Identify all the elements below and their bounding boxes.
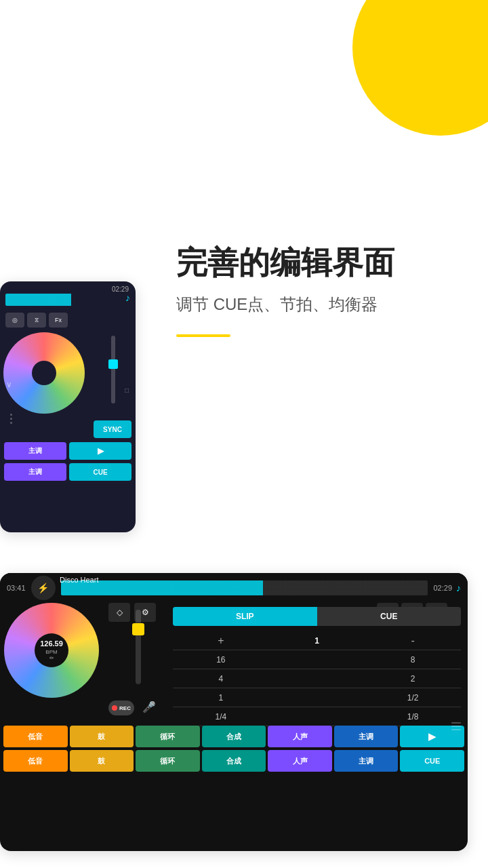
- beat-2[interactable]: 2: [365, 674, 461, 684]
- dt-sync-button[interactable]: SYNC: [94, 420, 131, 438]
- db-pad-loop2[interactable]: 循环: [136, 750, 200, 772]
- device-bottom-mockup: 03:41 ⚡ 02:29 ♪ Disco Heart ◇ ⚙ ◎ ⧖ Fx 1…: [0, 573, 468, 851]
- dt-bottom-row2: 主调 CUE: [4, 463, 131, 481]
- db-diamond-icon[interactable]: ◇: [108, 603, 130, 622]
- beat-half[interactable]: 1/2: [365, 693, 461, 703]
- db-pad-drum2[interactable]: 鼓: [70, 750, 134, 772]
- yellow-underline: [176, 334, 230, 337]
- dt-fx-icon: Fx: [49, 313, 68, 328]
- db-pad-vocal1[interactable]: 人声: [268, 726, 332, 747]
- db-bpm-value: 126.59: [40, 639, 63, 648]
- beat-row-1: 16 8: [173, 650, 461, 669]
- db-icon-row: ◇ ⚙: [108, 603, 156, 622]
- dt-pad-zhudiao1[interactable]: 主调: [4, 442, 66, 460]
- dt-waveform: [5, 294, 115, 306]
- db-pads-row2: 低音 鼓 循环 合成 人声 主调 CUE: [0, 750, 468, 772]
- db-vinyl-center: 126.59 BPM ✏: [35, 633, 68, 667]
- dt-eq-icon: ◎: [5, 313, 24, 328]
- db-heartbeat-icon: ⚡: [31, 576, 56, 600]
- db-fader-handle[interactable]: [132, 623, 144, 635]
- db-time-left: 03:41: [7, 584, 26, 592]
- drag-line-3: [451, 729, 461, 730]
- db-bpm-edit: ✏: [49, 655, 54, 661]
- db-rec-dot: [112, 705, 117, 711]
- db-pad-loop1[interactable]: 循环: [136, 726, 200, 747]
- drag-line-2: [451, 726, 461, 727]
- db-pad-drum1[interactable]: 鼓: [70, 726, 134, 747]
- beat-row-2: 4 2: [173, 669, 461, 688]
- db-note-icon: ♪: [456, 583, 461, 593]
- dt-fader-handle[interactable]: [108, 359, 118, 369]
- db-beat-grid: + 1 - 16 8 4 2 1 1/2: [173, 631, 461, 726]
- dt-pad-zhudiao2[interactable]: 主调: [4, 463, 66, 481]
- text-section: 完善的编辑界面 调节 CUE点、节拍、均衡器: [176, 244, 468, 337]
- db-pad-cue2[interactable]: CUE: [400, 750, 464, 772]
- db-tab-slip[interactable]: SLIP: [173, 607, 317, 626]
- beat-plus[interactable]: +: [173, 635, 269, 647]
- beat-1b[interactable]: 1: [173, 693, 269, 703]
- dt-pad-cue[interactable]: CUE: [69, 463, 131, 481]
- main-title: 完善的编辑界面: [176, 244, 468, 281]
- db-vinyl-disc: 126.59 BPM ✏: [4, 603, 99, 698]
- device-top-mockup: 02:29 ♪ ◎ ⧖ Fx ∨ □ SYNC 主调 ▶ 主调 CUE: [0, 281, 136, 532]
- beat-8[interactable]: 8: [365, 655, 461, 665]
- drag-line-1: [451, 722, 461, 724]
- db-rec-button[interactable]: REC: [108, 701, 134, 715]
- dt-pad-play[interactable]: ▶: [69, 442, 131, 460]
- dt-vinyl-disc: [3, 332, 85, 414]
- db-mic-icon[interactable]: 🎤: [142, 701, 156, 713]
- db-pad-synth1[interactable]: 合成: [202, 726, 266, 747]
- db-pads-row1: 低音 鼓 循环 合成 人声 主调 ▶: [0, 726, 468, 747]
- dt-chevron-icon: ∨: [6, 380, 12, 389]
- beat-row-0: + 1 -: [173, 631, 461, 650]
- db-time-right: 02:29: [433, 584, 452, 592]
- db-bpm-label: BPM: [45, 649, 57, 655]
- db-fader-track: [136, 610, 141, 684]
- db-rec-label: REC: [119, 705, 131, 711]
- dt-note-icon: ♪: [125, 292, 130, 303]
- db-slip-cue-tabs: SLIP CUE: [173, 607, 461, 626]
- db-drag-handle: [451, 722, 461, 730]
- dt-expand-icon: □: [125, 387, 129, 394]
- sub-title: 调节 CUE点、节拍、均衡器: [176, 294, 468, 315]
- beat-minus[interactable]: -: [365, 635, 461, 647]
- beat-quarter[interactable]: 1/4: [173, 712, 269, 722]
- db-waveform: [61, 580, 428, 595]
- beat-row-3: 1 1/2: [173, 688, 461, 707]
- db-tab-cue[interactable]: CUE: [317, 607, 462, 626]
- db-pad-bass1[interactable]: 低音: [3, 726, 68, 747]
- dt-filter-icon: ⧖: [27, 313, 46, 328]
- decorative-circle: [352, 0, 488, 136]
- dt-vinyl-center: [32, 361, 56, 385]
- dt-fader-track: [111, 336, 115, 403]
- beat-eighth[interactable]: 1/8: [365, 712, 461, 722]
- beat-row-4: 1/4 1/8: [173, 707, 461, 726]
- db-pad-bass2[interactable]: 低音: [3, 750, 68, 772]
- dt-controls-row: ◎ ⧖ Fx: [5, 313, 68, 328]
- db-pad-key2[interactable]: 主调: [334, 750, 399, 772]
- beat-1[interactable]: 1: [269, 636, 365, 646]
- beat-4[interactable]: 4: [173, 674, 269, 684]
- db-song-name: Disco Heart: [60, 576, 98, 584]
- dt-drag-handle: [10, 414, 12, 424]
- db-pad-synth2[interactable]: 合成: [202, 750, 266, 772]
- db-pad-key1[interactable]: 主调: [334, 726, 399, 747]
- dt-bottom-row1: 主调 ▶: [4, 442, 131, 460]
- db-pad-vocal2[interactable]: 人声: [268, 750, 332, 772]
- beat-16[interactable]: 16: [173, 655, 269, 665]
